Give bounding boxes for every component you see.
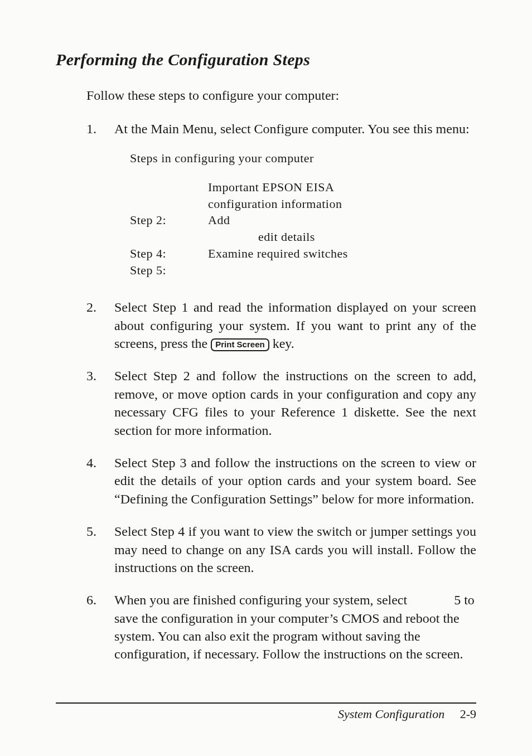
step-number: 3. xyxy=(86,367,102,439)
menu-row-label xyxy=(130,179,208,196)
page-number: 2-9 xyxy=(460,707,476,721)
menu-row: Step 5: xyxy=(130,262,476,279)
menu-row: Important EPSON EISA xyxy=(130,179,476,196)
step-text: When you are finished configuring your s… xyxy=(114,591,476,663)
footer-rule xyxy=(56,702,476,704)
section-heading: Performing the Configuration Steps xyxy=(56,50,476,69)
step-text: Select Step 4 if you want to view the sw… xyxy=(114,522,476,576)
step-4: 4. Select Step 3 and follow the instruct… xyxy=(86,454,476,508)
step-text-post: key. xyxy=(269,336,294,351)
menu-row-label xyxy=(130,229,208,245)
menu-row-text: Important EPSON EISA xyxy=(208,179,476,196)
menu-title: Steps in configuring your computer xyxy=(130,150,476,167)
menu-row: edit details xyxy=(130,229,476,245)
page-footer: System Configuration 2-9 xyxy=(56,702,476,721)
menu-row-text xyxy=(208,262,476,279)
steps-list: 1. At the Main Menu, select Configure co… xyxy=(86,120,476,663)
menu-row-label: Step 4: xyxy=(130,245,208,262)
intro-text: Follow these steps to configure your com… xyxy=(86,88,476,103)
step-number: 2. xyxy=(86,298,102,352)
step-1: 1. At the Main Menu, select Configure co… xyxy=(86,120,476,284)
print-screen-key-icon: Print Screen xyxy=(211,338,269,351)
menu-row: configuration information xyxy=(130,196,476,212)
step-3: 3. Select Step 2 and follow the instruct… xyxy=(86,367,476,439)
menu-block: Steps in configuring your computer Impor… xyxy=(130,150,476,278)
step-text: Select Step 3 and follow the instruction… xyxy=(114,454,476,508)
menu-row-label xyxy=(130,196,208,212)
menu-row: Step 2: Add xyxy=(130,212,476,229)
step-number: 4. xyxy=(86,454,102,508)
step-5: 5. Select Step 4 if you want to view the… xyxy=(86,522,476,576)
step-2: 2. Select Step 1 and read the informatio… xyxy=(86,298,476,352)
step-number: 5. xyxy=(86,522,102,576)
menu-row-text: configuration information xyxy=(208,196,476,212)
step-number: 1. xyxy=(86,120,102,284)
footer-label: System Configuration xyxy=(338,707,444,721)
step-text: Select Step 2 and follow the instruction… xyxy=(114,367,476,439)
step-text-pre: Select Step 1 and read the information d… xyxy=(114,300,476,351)
menu-row-label: Step 2: xyxy=(130,212,208,229)
step-number: 6. xyxy=(86,591,102,663)
step-text: Select Step 1 and read the information d… xyxy=(114,298,476,352)
step-text: At the Main Menu, select Configure compu… xyxy=(114,120,476,138)
menu-row: Step 4: Examine required switches xyxy=(130,245,476,262)
menu-row-label: Step 5: xyxy=(130,262,208,279)
menu-row-text: edit details xyxy=(208,229,476,245)
menu-row-text: Examine required switches xyxy=(208,245,476,262)
step-6: 6. When you are finished configuring you… xyxy=(86,591,476,663)
menu-row-text: Add xyxy=(208,212,476,229)
